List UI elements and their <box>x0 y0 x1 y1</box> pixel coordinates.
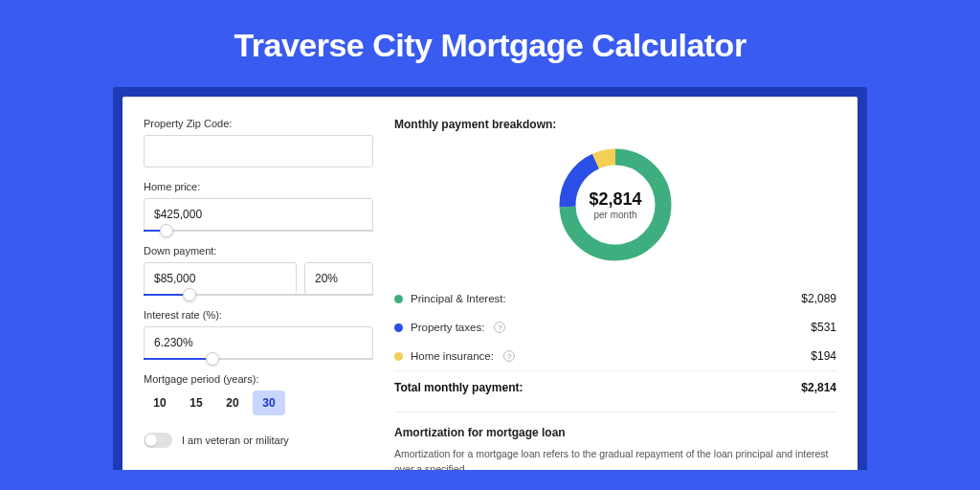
down-payment-slider-thumb[interactable] <box>183 288 196 301</box>
down-payment-field-group: Down payment: <box>144 245 373 296</box>
donut-value: $2,814 <box>589 189 641 210</box>
legend-dot-icon <box>394 352 403 361</box>
total-label: Total monthly payment: <box>394 381 523 394</box>
legend-value: $531 <box>811 321 836 334</box>
period-pill-20[interactable]: 20 <box>216 390 249 415</box>
legend-label: Property taxes: <box>411 322 484 333</box>
veteran-toggle-knob <box>145 434 157 446</box>
interest-slider[interactable] <box>144 358 373 360</box>
amortization-title: Amortization for mortgage loan <box>394 426 836 439</box>
calculator-card-frame: Property Zip Code: Home price: Down paym… <box>113 87 867 470</box>
period-pills: 10152030 <box>144 390 373 415</box>
legend-value: $194 <box>811 349 836 363</box>
veteran-toggle[interactable] <box>144 433 172 448</box>
donut-chart: $2,814 per month <box>553 143 678 267</box>
home-price-slider-thumb[interactable] <box>160 224 173 237</box>
period-pill-10[interactable]: 10 <box>144 390 176 415</box>
period-pill-30[interactable]: 30 <box>253 390 285 415</box>
donut-center: $2,814 per month <box>589 189 641 220</box>
down-payment-label: Down payment: <box>144 245 373 256</box>
donut-sub: per month <box>589 210 641 220</box>
legend-dot-icon <box>394 323 403 332</box>
breakdown-title: Monthly payment breakdown: <box>394 118 836 131</box>
interest-input[interactable] <box>144 326 373 359</box>
breakdown-legend: Principal & Interest:$2,089Property taxe… <box>394 284 836 370</box>
donut-chart-wrap: $2,814 per month <box>394 143 836 267</box>
down-payment-slider[interactable] <box>144 294 373 296</box>
down-payment-pct-input[interactable] <box>304 262 373 295</box>
interest-slider-thumb[interactable] <box>206 352 219 366</box>
zip-field-group: Property Zip Code: <box>144 118 373 167</box>
page-title: Traverse City Mortgage Calculator <box>0 0 980 87</box>
legend-row: Principal & Interest:$2,089 <box>394 284 836 313</box>
legend-value: $2,089 <box>801 292 836 305</box>
form-column: Property Zip Code: Home price: Down paym… <box>144 118 373 470</box>
period-label: Mortgage period (years): <box>144 373 373 385</box>
veteran-label: I am veteran or military <box>182 434 289 446</box>
period-field-group: Mortgage period (years): 10152030 <box>144 373 373 415</box>
legend-label: Home insurance: <box>411 350 494 362</box>
amortization-body: Amortization for a mortgage loan refers … <box>394 447 836 470</box>
legend-label: Principal & Interest: <box>411 293 506 304</box>
zip-input[interactable] <box>144 135 373 167</box>
amortization-block: Amortization for mortgage loan Amortizat… <box>394 412 836 470</box>
period-pill-15[interactable]: 15 <box>180 390 212 415</box>
legend-row: Home insurance:?$194 <box>394 342 836 370</box>
home-price-input[interactable] <box>144 198 373 231</box>
breakdown-column: Monthly payment breakdown: $2,814 per mo… <box>394 118 836 470</box>
home-price-slider[interactable] <box>144 230 373 232</box>
down-payment-input[interactable] <box>144 262 297 295</box>
help-icon[interactable]: ? <box>503 350 515 362</box>
legend-row: Property taxes:?$531 <box>394 313 836 342</box>
total-row: Total monthly payment: $2,814 <box>394 370 836 394</box>
home-price-label: Home price: <box>144 181 373 192</box>
home-price-field-group: Home price: <box>144 181 373 232</box>
interest-field-group: Interest rate (%): <box>144 309 373 360</box>
zip-label: Property Zip Code: <box>144 118 373 129</box>
total-value: $2,814 <box>801 381 836 394</box>
veteran-toggle-row: I am veteran or military <box>144 433 373 448</box>
help-icon[interactable]: ? <box>494 322 505 333</box>
interest-label: Interest rate (%): <box>144 309 373 321</box>
legend-dot-icon <box>394 295 403 303</box>
calculator-card: Property Zip Code: Home price: Down paym… <box>122 97 858 470</box>
